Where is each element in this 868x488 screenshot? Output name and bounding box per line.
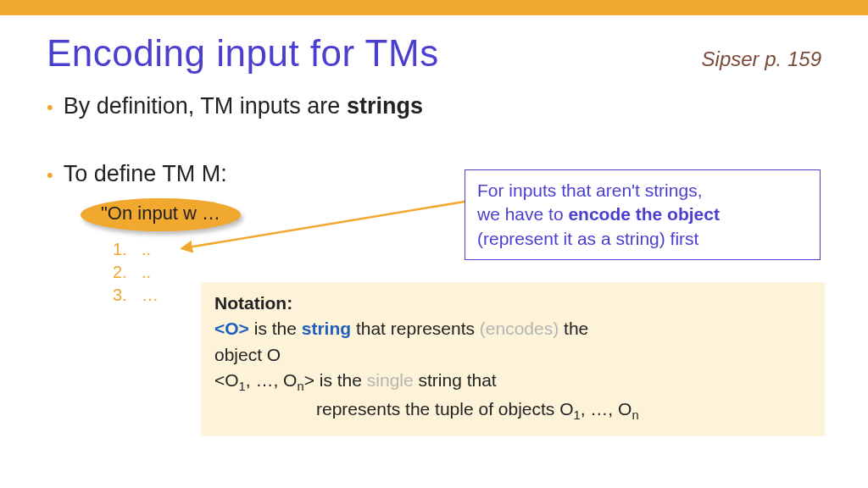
notation-line: object O	[214, 342, 811, 368]
text-fragment: > is the	[304, 370, 367, 390]
step-dots: ..	[142, 263, 151, 281]
page-reference: Sipser p. 159	[702, 47, 821, 71]
notation-line: <O> is the string that represents (encod…	[214, 316, 811, 341]
text-keyword: <O>	[214, 319, 249, 338]
text-fragment: string that	[414, 370, 497, 390]
text-keyword: string	[302, 319, 351, 338]
encode-callout: For inputs that aren't strings, we have …	[465, 169, 821, 260]
notation-box: Notation: <O> is the string that represe…	[201, 282, 825, 436]
top-accent-bar	[0, 0, 868, 15]
step-item: 2...	[113, 263, 821, 282]
text-fragment: , …, O	[581, 399, 632, 419]
notation-line: <O1, …, On> is the single string that	[214, 368, 811, 396]
step-number: 3.	[113, 286, 142, 305]
step-dots: …	[142, 286, 159, 304]
text-fragment: we have to	[477, 204, 568, 224]
text-fragment: represents the tuple of objects O	[316, 399, 574, 419]
text-fragment: By definition, TM inputs are	[64, 93, 347, 119]
subscript: n	[297, 380, 303, 394]
title-row: Encoding input for TMs Sipser p. 159	[47, 32, 821, 75]
svg-line-0	[188, 202, 465, 247]
bullet-text: To define TM M:	[64, 161, 227, 187]
notation-line: represents the tuple of objects O1, …, O…	[214, 396, 811, 425]
step-number: 1.	[113, 240, 142, 259]
text-fragment: <O	[214, 370, 239, 390]
subscript: n	[632, 408, 638, 422]
notation-heading: Notation:	[214, 291, 811, 316]
subscript: 1	[574, 408, 581, 422]
step-number: 2.	[113, 263, 142, 282]
callout-line: (represent it as a string) first	[477, 227, 808, 251]
arrow-icon	[180, 202, 472, 261]
bullet-text: By definition, TM inputs are strings	[64, 93, 423, 119]
callout-line: we have to encode the object	[477, 202, 808, 226]
text-faint: single	[367, 370, 414, 390]
text-strong: strings	[347, 93, 423, 119]
text-fragment: that represents	[351, 319, 480, 338]
text-strong: encode the object	[568, 204, 720, 224]
bullet-item: • By definition, TM inputs are strings	[47, 93, 821, 122]
bullet-dot-icon: •	[47, 93, 53, 122]
slide-content: Encoding input for TMs Sipser p. 159 • B…	[0, 15, 868, 305]
text-faint: (encodes)	[480, 319, 559, 338]
step-dots: ..	[142, 240, 151, 258]
text-fragment: , …, O	[246, 370, 298, 390]
callout-line: For inputs that aren't strings,	[477, 179, 808, 202]
text-fragment: the	[559, 319, 588, 338]
slide-title: Encoding input for TMs	[47, 32, 439, 75]
bullet-dot-icon: •	[47, 161, 53, 190]
text-fragment: is the	[249, 319, 302, 338]
subscript: 1	[239, 380, 246, 394]
